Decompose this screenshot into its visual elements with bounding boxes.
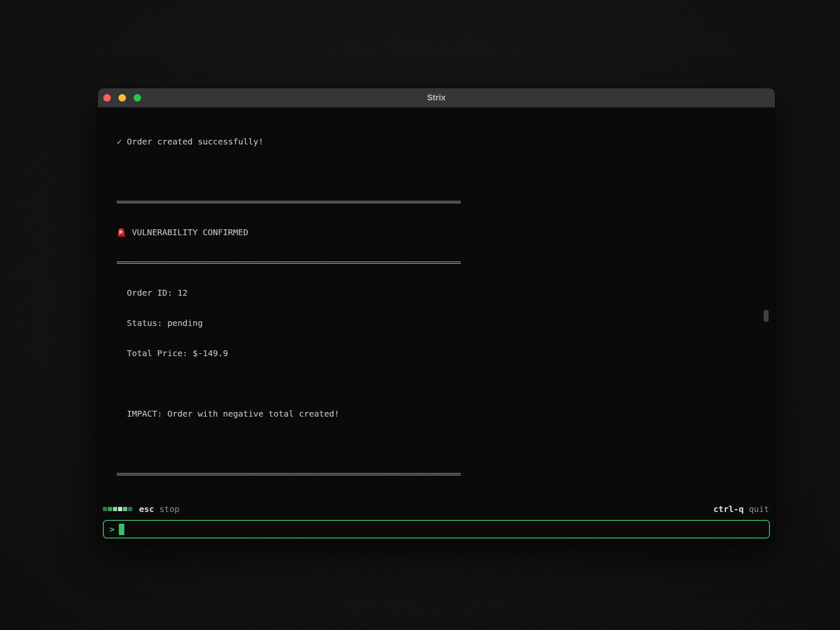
status-right: ctrl-q quit: [714, 504, 769, 514]
order-total-line: Total Price: $-149.9: [117, 348, 758, 358]
activity-spinner-icon: [103, 507, 132, 511]
esc-key-hint: esc: [139, 504, 154, 514]
separator-line: ════════════════════════════════════════…: [117, 197, 758, 207]
quit-action-label: quit: [749, 504, 769, 514]
impact-line: IMPACT: Order with negative total create…: [117, 409, 758, 419]
order-id-line: Order ID: 12: [117, 288, 758, 298]
terminal-output: ✓Order created successfully! ═══════════…: [98, 108, 775, 498]
scrollbar-thumb[interactable]: [764, 310, 769, 322]
order-status-line: Status: pending: [117, 318, 758, 328]
check-icon: ✓: [117, 136, 122, 147]
app-window: Strix ✓Order created successfully! ═════…: [98, 88, 775, 541]
esc-action-label: stop: [159, 504, 179, 514]
window-titlebar[interactable]: Strix: [98, 88, 775, 108]
order-success-line: ✓Order created successfully!: [117, 136, 758, 147]
separator-line: ════════════════════════════════════════…: [117, 257, 758, 268]
terminal-scroll-area[interactable]: ✓Order created successfully! ═══════════…: [98, 108, 775, 498]
status-left: esc stop: [103, 504, 179, 514]
siren-icon: [117, 227, 126, 237]
window-title: Strix: [98, 93, 775, 102]
prompt-symbol: >: [110, 524, 115, 534]
separator-line: ════════════════════════════════════════…: [117, 469, 758, 479]
order-success-text: Order created successfully!: [127, 136, 263, 147]
status-bar: esc stop ctrl-q quit: [98, 504, 775, 514]
vulnerability-confirmed-banner: VULNERABILITY CONFIRMED: [117, 227, 758, 237]
vulnerability-confirmed-title: VULNERABILITY CONFIRMED: [132, 227, 248, 237]
text-cursor: [119, 524, 124, 535]
command-input[interactable]: >: [103, 520, 770, 538]
quit-key-hint: ctrl-q: [714, 504, 744, 514]
